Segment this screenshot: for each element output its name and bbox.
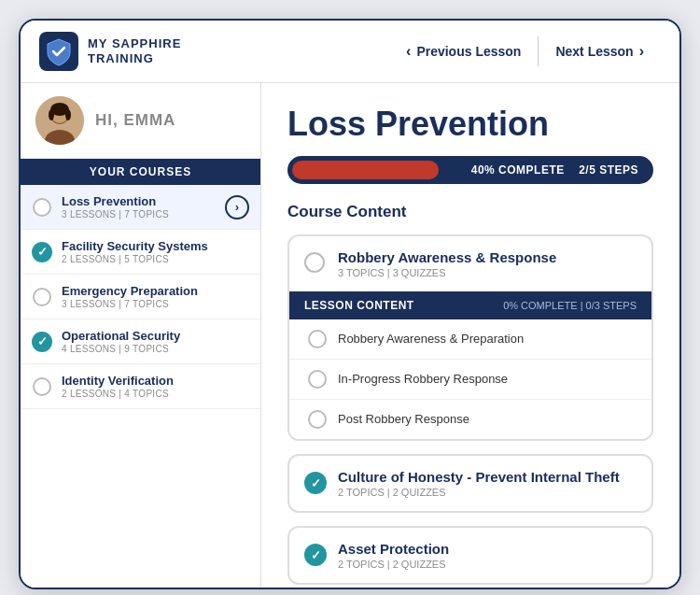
course-content-heading: Course Content [287, 203, 653, 221]
lesson-card-info: Culture of Honesty - Prevent Internal Th… [338, 469, 637, 498]
sidebar: HI, EMMA YOUR COURSES Loss Prevention 3 … [21, 83, 261, 588]
lesson-card-header[interactable]: ✓ Culture of Honesty - Prevent Internal … [289, 456, 651, 511]
svg-point-7 [65, 109, 71, 120]
brand-top: MY SAPPHIRE [88, 36, 181, 51]
sidebar-course-item[interactable]: Loss Prevention 3 LESSONS | 7 TOPICS › [21, 185, 260, 230]
lessons-container: Robbery Awareness & Response 3 TOPICS | … [287, 234, 653, 585]
course-info: Identity Verification 2 LESSONS | 4 TOPI… [62, 374, 249, 399]
lesson-content-bar-label: LESSON CONTENT [304, 299, 414, 312]
sidebar-course-item[interactable]: Emergency Preparation 3 LESSONS | 7 TOPI… [21, 275, 260, 319]
check-circle: ✓ [32, 242, 52, 262]
progress-pct-label: 40% COMPLETE [471, 163, 565, 177]
lesson-topic-item[interactable]: In-Progress Robbery Response [289, 360, 651, 400]
lesson-topic-item[interactable]: Post Robbery Response [289, 400, 651, 439]
course-name: Operational Security [62, 329, 249, 343]
logo-text: MY SAPPHIRE TRAINING [88, 36, 181, 65]
sidebar-course-item[interactable]: Identity Verification 2 LESSONS | 4 TOPI… [21, 364, 260, 409]
content-area: Loss Prevention 40% COMPLETE 2/5 STEPS C… [261, 83, 679, 588]
empty-circle [33, 288, 51, 306]
lesson-card-title: Culture of Honesty - Prevent Internal Th… [338, 469, 637, 485]
lesson-empty-circle [304, 252, 325, 273]
check-circle: ✓ [32, 332, 52, 352]
header: MY SAPPHIRE TRAINING ‹ Previous Lesson N… [21, 21, 679, 83]
circle-status-icon [32, 197, 52, 218]
check-status-icon: ✓ [32, 332, 52, 352]
lesson-card-header[interactable]: Robbery Awareness & Response 3 TOPICS | … [289, 236, 651, 291]
progress-bar-container: 40% COMPLETE 2/5 STEPS [287, 156, 653, 184]
lesson-check-circle: ✓ [304, 544, 327, 566]
main-layout: HI, EMMA YOUR COURSES Loss Prevention 3 … [21, 83, 679, 588]
next-lesson-label: Next Lesson [555, 44, 633, 59]
lesson-card-title: Robbery Awareness & Response [338, 249, 637, 265]
course-meta: 2 LESSONS | 4 TOPICS [62, 389, 249, 399]
user-area: HI, EMMA [21, 83, 260, 159]
course-meta: 3 LESSONS | 7 TOPICS [62, 299, 249, 309]
topic-name: In-Progress Robbery Response [338, 372, 508, 386]
course-meta: 4 LESSONS | 9 TOPICS [62, 344, 249, 354]
topic-circle-icon [308, 410, 327, 429]
course-info: Emergency Preparation 3 LESSONS | 7 TOPI… [62, 284, 249, 309]
check-status-icon: ✓ [32, 242, 52, 262]
course-info: Facility Security Systems 2 LESSONS | 5 … [62, 239, 249, 264]
prev-lesson-button[interactable]: ‹ Previous Lesson [389, 35, 538, 67]
avatar [35, 96, 84, 145]
topic-circle-icon [308, 330, 327, 348]
content-title: Loss Prevention [287, 106, 653, 143]
logo-area: MY SAPPHIRE TRAINING [39, 32, 181, 71]
course-list: Loss Prevention 3 LESSONS | 7 TOPICS › ✓… [21, 185, 260, 588]
lesson-check-icon: ✓ [304, 472, 327, 494]
empty-circle [33, 377, 51, 396]
topic-circle-icon [308, 370, 327, 389]
avatar-image [35, 96, 84, 145]
chevron-right-icon: › [639, 43, 644, 60]
progress-fill [292, 161, 439, 179]
lesson-content-bar: LESSON CONTENT 0% COMPLETE | 0/3 STEPS [289, 291, 651, 319]
prev-lesson-label: Previous Lesson [416, 44, 521, 59]
topic-name: Robbery Awareness & Preparation [338, 332, 524, 346]
course-meta: 2 LESSONS | 5 TOPICS [62, 254, 249, 264]
next-lesson-button[interactable]: Next Lesson › [539, 35, 661, 67]
course-name: Facility Security Systems [62, 239, 249, 253]
course-expand-arrow[interactable]: › [225, 195, 249, 220]
svg-point-6 [49, 109, 54, 120]
course-info: Loss Prevention 3 LESSONS | 7 TOPICS [62, 194, 225, 220]
empty-circle [33, 198, 51, 217]
lesson-circle-icon [304, 252, 327, 275]
circle-status-icon [32, 287, 52, 307]
progress-steps-label: 2/5 STEPS [579, 163, 638, 177]
progress-label: 40% COMPLETE 2/5 STEPS [471, 163, 638, 177]
your-courses-label: YOUR COURSES [21, 159, 260, 185]
lesson-content-bar-meta: 0% COMPLETE | 0/3 STEPS [503, 300, 637, 311]
course-info: Operational Security 4 LESSONS | 9 TOPIC… [62, 329, 249, 354]
lesson-card: Robbery Awareness & Response 3 TOPICS | … [287, 234, 653, 441]
topic-name: Post Robbery Response [338, 412, 469, 426]
circle-status-icon [32, 376, 52, 397]
lesson-card-header[interactable]: ✓ Asset Protection 2 TOPICS | 2 QUIZZES [289, 528, 651, 583]
lesson-card: ✓ Asset Protection 2 TOPICS | 2 QUIZZES [287, 526, 653, 585]
logo-shield-icon [39, 32, 78, 71]
brand-bottom: TRAINING [88, 51, 181, 66]
lesson-card-meta: 2 TOPICS | 2 QUIZZES [338, 559, 637, 570]
hi-text: HI, EMMA [95, 111, 175, 130]
lesson-card-meta: 2 TOPICS | 2 QUIZZES [338, 487, 637, 498]
nav-buttons: ‹ Previous Lesson Next Lesson › [389, 35, 661, 67]
sidebar-course-item[interactable]: ✓ Operational Security 4 LESSONS | 9 TOP… [21, 319, 260, 364]
lesson-topic-item[interactable]: Robbery Awareness & Preparation [289, 319, 651, 360]
lesson-card-meta: 3 TOPICS | 3 QUIZZES [338, 267, 637, 278]
sidebar-course-item[interactable]: ✓ Facility Security Systems 2 LESSONS | … [21, 230, 260, 275]
course-name: Emergency Preparation [62, 284, 249, 298]
chevron-left-icon: ‹ [406, 43, 411, 60]
lesson-card-info: Robbery Awareness & Response 3 TOPICS | … [338, 249, 637, 278]
lesson-check-circle: ✓ [304, 472, 327, 494]
lesson-check-icon: ✓ [304, 544, 327, 566]
lesson-card-info: Asset Protection 2 TOPICS | 2 QUIZZES [338, 541, 637, 570]
lesson-card: ✓ Culture of Honesty - Prevent Internal … [287, 454, 653, 513]
lesson-card-title: Asset Protection [338, 541, 637, 557]
app-container: MY SAPPHIRE TRAINING ‹ Previous Lesson N… [19, 19, 681, 589]
lesson-topic-list: Robbery Awareness & Preparation In-Progr… [289, 319, 651, 439]
course-name: Loss Prevention [62, 194, 225, 208]
course-name: Identity Verification [62, 374, 249, 388]
course-meta: 3 LESSONS | 7 TOPICS [62, 209, 225, 220]
